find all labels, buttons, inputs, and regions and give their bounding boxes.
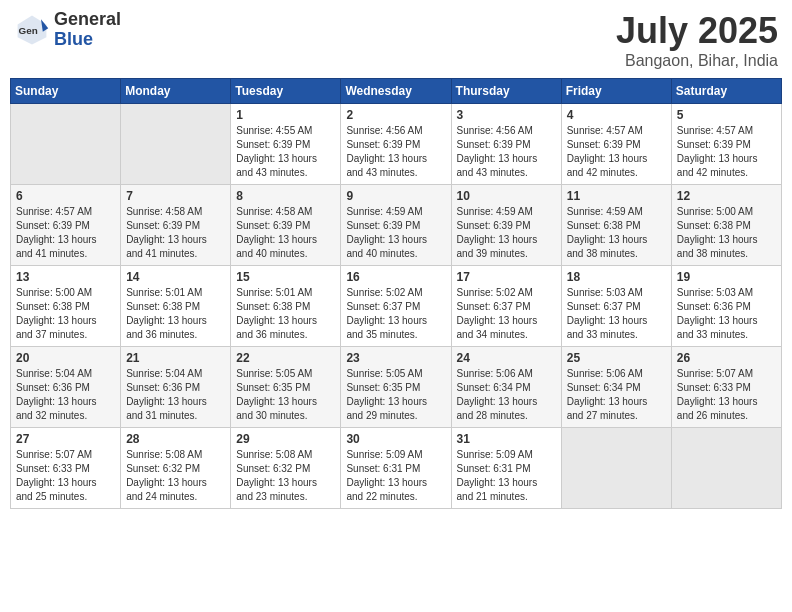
day-number: 17 [457,270,556,284]
weekday-header: Thursday [451,79,561,104]
day-number: 20 [16,351,115,365]
day-info: Sunrise: 5:09 AMSunset: 6:31 PMDaylight:… [346,448,445,504]
logo-blue: Blue [54,30,121,50]
day-info: Sunrise: 4:56 AMSunset: 6:39 PMDaylight:… [346,124,445,180]
day-info: Sunrise: 5:06 AMSunset: 6:34 PMDaylight:… [567,367,666,423]
weekday-header: Saturday [671,79,781,104]
day-info: Sunrise: 5:07 AMSunset: 6:33 PMDaylight:… [16,448,115,504]
day-number: 26 [677,351,776,365]
calendar-cell: 15Sunrise: 5:01 AMSunset: 6:38 PMDayligh… [231,266,341,347]
calendar-cell: 13Sunrise: 5:00 AMSunset: 6:38 PMDayligh… [11,266,121,347]
weekday-header: Wednesday [341,79,451,104]
calendar-cell: 17Sunrise: 5:02 AMSunset: 6:37 PMDayligh… [451,266,561,347]
calendar-cell: 19Sunrise: 5:03 AMSunset: 6:36 PMDayligh… [671,266,781,347]
day-number: 14 [126,270,225,284]
calendar-cell: 29Sunrise: 5:08 AMSunset: 6:32 PMDayligh… [231,428,341,509]
day-info: Sunrise: 5:02 AMSunset: 6:37 PMDaylight:… [457,286,556,342]
day-info: Sunrise: 5:05 AMSunset: 6:35 PMDaylight:… [346,367,445,423]
calendar-cell: 7Sunrise: 4:58 AMSunset: 6:39 PMDaylight… [121,185,231,266]
day-info: Sunrise: 5:00 AMSunset: 6:38 PMDaylight:… [677,205,776,261]
calendar-table: SundayMondayTuesdayWednesdayThursdayFrid… [10,78,782,509]
day-number: 23 [346,351,445,365]
calendar-cell: 28Sunrise: 5:08 AMSunset: 6:32 PMDayligh… [121,428,231,509]
calendar-cell [121,104,231,185]
calendar-cell: 5Sunrise: 4:57 AMSunset: 6:39 PMDaylight… [671,104,781,185]
day-number: 30 [346,432,445,446]
day-number: 31 [457,432,556,446]
day-number: 8 [236,189,335,203]
day-info: Sunrise: 4:59 AMSunset: 6:39 PMDaylight:… [457,205,556,261]
day-info: Sunrise: 4:57 AMSunset: 6:39 PMDaylight:… [567,124,666,180]
calendar-cell: 18Sunrise: 5:03 AMSunset: 6:37 PMDayligh… [561,266,671,347]
day-info: Sunrise: 5:07 AMSunset: 6:33 PMDaylight:… [677,367,776,423]
weekday-header: Friday [561,79,671,104]
weekday-header-row: SundayMondayTuesdayWednesdayThursdayFrid… [11,79,782,104]
day-number: 25 [567,351,666,365]
day-info: Sunrise: 5:08 AMSunset: 6:32 PMDaylight:… [126,448,225,504]
calendar-cell: 4Sunrise: 4:57 AMSunset: 6:39 PMDaylight… [561,104,671,185]
day-info: Sunrise: 5:01 AMSunset: 6:38 PMDaylight:… [126,286,225,342]
calendar-cell: 23Sunrise: 5:05 AMSunset: 6:35 PMDayligh… [341,347,451,428]
calendar-week-row: 6Sunrise: 4:57 AMSunset: 6:39 PMDaylight… [11,185,782,266]
calendar-title: July 2025 [616,10,778,52]
title-block: July 2025 Bangaon, Bihar, India [616,10,778,70]
day-info: Sunrise: 4:58 AMSunset: 6:39 PMDaylight:… [236,205,335,261]
calendar-week-row: 13Sunrise: 5:00 AMSunset: 6:38 PMDayligh… [11,266,782,347]
day-info: Sunrise: 4:57 AMSunset: 6:39 PMDaylight:… [16,205,115,261]
day-info: Sunrise: 5:03 AMSunset: 6:37 PMDaylight:… [567,286,666,342]
calendar-cell: 26Sunrise: 5:07 AMSunset: 6:33 PMDayligh… [671,347,781,428]
calendar-cell: 8Sunrise: 4:58 AMSunset: 6:39 PMDaylight… [231,185,341,266]
calendar-cell: 21Sunrise: 5:04 AMSunset: 6:36 PMDayligh… [121,347,231,428]
logo-general: General [54,10,121,30]
day-info: Sunrise: 5:03 AMSunset: 6:36 PMDaylight:… [677,286,776,342]
day-number: 24 [457,351,556,365]
day-info: Sunrise: 5:09 AMSunset: 6:31 PMDaylight:… [457,448,556,504]
day-info: Sunrise: 5:08 AMSunset: 6:32 PMDaylight:… [236,448,335,504]
day-number: 28 [126,432,225,446]
day-number: 16 [346,270,445,284]
day-info: Sunrise: 4:59 AMSunset: 6:39 PMDaylight:… [346,205,445,261]
day-number: 7 [126,189,225,203]
calendar-week-row: 20Sunrise: 5:04 AMSunset: 6:36 PMDayligh… [11,347,782,428]
day-number: 21 [126,351,225,365]
day-number: 18 [567,270,666,284]
calendar-cell: 1Sunrise: 4:55 AMSunset: 6:39 PMDaylight… [231,104,341,185]
logo: Gen General Blue [14,10,121,50]
day-number: 2 [346,108,445,122]
calendar-cell: 3Sunrise: 4:56 AMSunset: 6:39 PMDaylight… [451,104,561,185]
day-number: 19 [677,270,776,284]
calendar-location: Bangaon, Bihar, India [616,52,778,70]
day-number: 9 [346,189,445,203]
calendar-cell [671,428,781,509]
day-number: 29 [236,432,335,446]
day-number: 12 [677,189,776,203]
calendar-cell: 30Sunrise: 5:09 AMSunset: 6:31 PMDayligh… [341,428,451,509]
day-info: Sunrise: 4:57 AMSunset: 6:39 PMDaylight:… [677,124,776,180]
day-info: Sunrise: 4:59 AMSunset: 6:38 PMDaylight:… [567,205,666,261]
weekday-header: Sunday [11,79,121,104]
calendar-cell: 2Sunrise: 4:56 AMSunset: 6:39 PMDaylight… [341,104,451,185]
calendar-cell: 9Sunrise: 4:59 AMSunset: 6:39 PMDaylight… [341,185,451,266]
day-number: 15 [236,270,335,284]
logo-icon: Gen [14,12,50,48]
day-info: Sunrise: 4:56 AMSunset: 6:39 PMDaylight:… [457,124,556,180]
weekday-header: Tuesday [231,79,341,104]
day-number: 13 [16,270,115,284]
calendar-cell: 16Sunrise: 5:02 AMSunset: 6:37 PMDayligh… [341,266,451,347]
page-header: Gen General Blue July 2025 Bangaon, Biha… [10,10,782,70]
day-info: Sunrise: 5:01 AMSunset: 6:38 PMDaylight:… [236,286,335,342]
calendar-cell: 24Sunrise: 5:06 AMSunset: 6:34 PMDayligh… [451,347,561,428]
day-number: 3 [457,108,556,122]
day-number: 27 [16,432,115,446]
weekday-header: Monday [121,79,231,104]
calendar-week-row: 1Sunrise: 4:55 AMSunset: 6:39 PMDaylight… [11,104,782,185]
day-info: Sunrise: 5:06 AMSunset: 6:34 PMDaylight:… [457,367,556,423]
svg-text:Gen: Gen [19,24,38,35]
day-number: 11 [567,189,666,203]
day-info: Sunrise: 4:55 AMSunset: 6:39 PMDaylight:… [236,124,335,180]
day-info: Sunrise: 5:00 AMSunset: 6:38 PMDaylight:… [16,286,115,342]
calendar-cell: 6Sunrise: 4:57 AMSunset: 6:39 PMDaylight… [11,185,121,266]
calendar-cell: 27Sunrise: 5:07 AMSunset: 6:33 PMDayligh… [11,428,121,509]
calendar-cell: 22Sunrise: 5:05 AMSunset: 6:35 PMDayligh… [231,347,341,428]
day-info: Sunrise: 5:02 AMSunset: 6:37 PMDaylight:… [346,286,445,342]
